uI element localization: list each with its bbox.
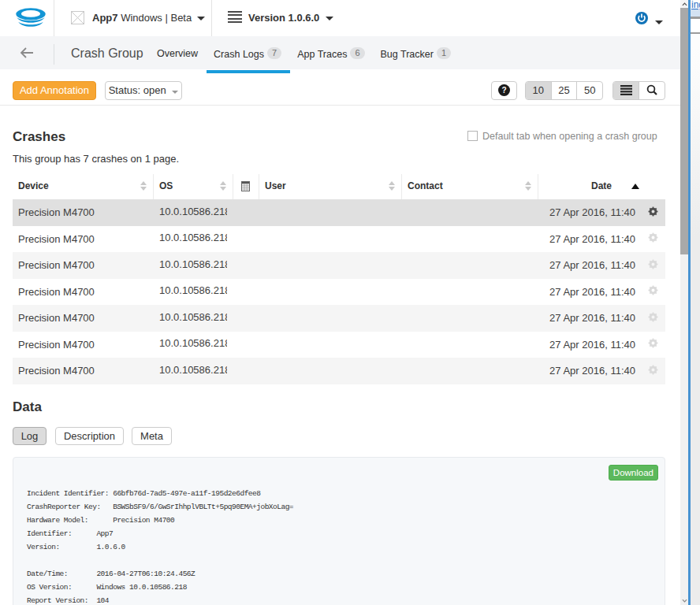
svg-text:?: ? [501, 86, 506, 95]
